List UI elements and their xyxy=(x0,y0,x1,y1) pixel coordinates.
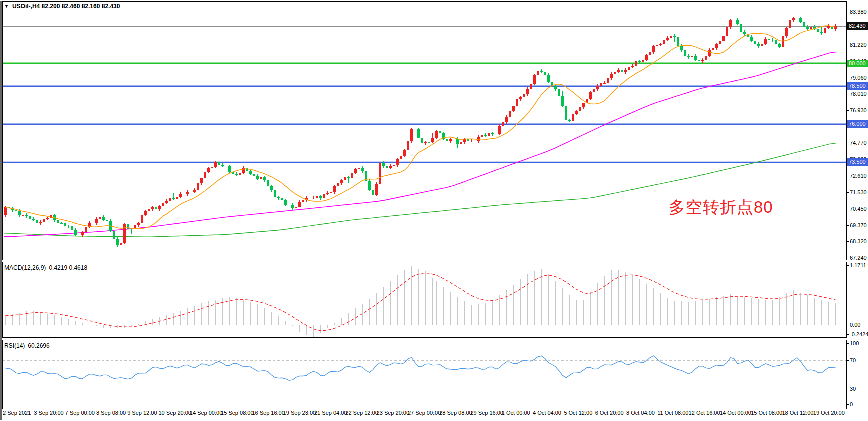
pane-separator[interactable] xyxy=(0,259,847,262)
symbol-ohlc-text: USOil-,H4 82.200 82.460 82.160 82.430 xyxy=(12,3,120,10)
text-annotation[interactable]: 多空转折点80 xyxy=(669,198,773,216)
macd-values: 0.4219 0.4618 xyxy=(49,264,87,271)
price-axis[interactable] xyxy=(847,0,868,409)
time-axis[interactable] xyxy=(0,410,868,421)
rsi-name: RSI(14) xyxy=(4,342,25,349)
rsi-value: 60.2696 xyxy=(28,342,49,349)
pane-separator[interactable] xyxy=(0,337,847,340)
mt-chart-window: 83.38082.30081.22080.14079.06078.01076.9… xyxy=(0,0,868,421)
macd-name: MACD(12,26,9) xyxy=(4,264,46,271)
chart-header: ▼USOil-,H4 82.200 82.460 82.160 82.430 xyxy=(4,3,120,10)
macd-indicator-label: MACD(12,26,9)0.4219 0.4618 xyxy=(4,264,87,271)
rsi-indicator-label: RSI(14)60.2696 xyxy=(4,342,50,349)
symbol-dropdown-icon[interactable]: ▼ xyxy=(4,4,9,9)
